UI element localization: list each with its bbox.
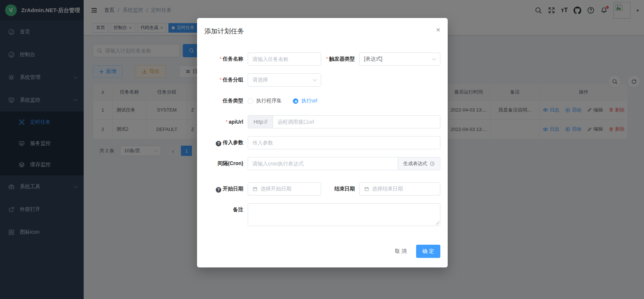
task-group-label: *任务分组 bbox=[204, 77, 248, 83]
required-mark: * bbox=[326, 56, 328, 62]
chevron-down-icon bbox=[432, 56, 436, 60]
task-group-placeholder: 请选择 bbox=[252, 77, 268, 83]
start-date-picker[interactable]: 选择开始日期 bbox=[248, 182, 321, 196]
calendar-icon bbox=[364, 186, 369, 192]
api-url-prefix: Http:// bbox=[248, 116, 273, 128]
radio-checked-icon bbox=[293, 98, 298, 104]
end-date-label: 结束日期 bbox=[321, 186, 359, 192]
generate-cron-button[interactable]: 生成表达式 bbox=[398, 157, 440, 170]
remark-textarea[interactable] bbox=[248, 204, 440, 226]
api-url-input[interactable] bbox=[273, 119, 440, 125]
radio-url[interactable]: 执行url bbox=[293, 98, 317, 104]
question-icon: ? bbox=[216, 141, 221, 146]
remark-field bbox=[248, 203, 440, 226]
params-label: ?传入参数 bbox=[204, 139, 248, 146]
resize-handle-icon[interactable] bbox=[436, 221, 439, 225]
task-group-select[interactable]: 请选择 bbox=[248, 73, 321, 87]
params-field bbox=[248, 136, 440, 149]
trigger-type-select[interactable]: [表达式] bbox=[359, 52, 440, 66]
required-mark: * bbox=[220, 56, 222, 62]
task-type-label: 任务类型 bbox=[204, 98, 248, 104]
confirm-button[interactable]: 确 定 bbox=[416, 245, 440, 258]
remark-label: 备注 bbox=[204, 203, 248, 213]
task-name-field bbox=[248, 52, 321, 66]
api-url-field: Http:// bbox=[248, 115, 440, 128]
question-icon: ? bbox=[216, 187, 221, 193]
api-url-label: *apiUrl bbox=[204, 119, 248, 125]
cron-label: 间隔(Cron) bbox=[204, 160, 248, 167]
task-name-input[interactable] bbox=[252, 56, 316, 62]
clock-icon bbox=[430, 161, 435, 166]
params-input[interactable] bbox=[252, 140, 436, 146]
dialog-title: 添加计划任务 bbox=[204, 28, 244, 35]
calendar-icon bbox=[252, 186, 258, 192]
cron-input[interactable] bbox=[248, 161, 398, 167]
task-name-label: *任务名称 bbox=[204, 56, 248, 62]
cancel-button[interactable]: 取 消 bbox=[389, 245, 412, 258]
cron-field: 生成表达式 bbox=[248, 157, 440, 170]
close-icon[interactable]: × bbox=[436, 26, 440, 33]
radio-icon bbox=[248, 98, 253, 104]
chevron-down-icon bbox=[313, 77, 317, 81]
start-date-label: ?开始日期 bbox=[204, 186, 248, 193]
trigger-type-label: *触发器类型 bbox=[321, 56, 359, 62]
trigger-type-value: [表达式] bbox=[364, 56, 382, 62]
required-mark: * bbox=[220, 77, 222, 83]
start-date-placeholder: 选择开始日期 bbox=[261, 186, 291, 192]
end-date-placeholder: 选择结束日期 bbox=[372, 186, 403, 192]
add-task-dialog: 添加计划任务 × *任务名称 *触发器类型 [表达式] *任务分组 请选择 任务… bbox=[197, 18, 448, 267]
radio-assembly[interactable]: 执行程序集 bbox=[248, 98, 282, 104]
end-date-picker[interactable]: 选择结束日期 bbox=[359, 182, 440, 196]
required-mark: * bbox=[226, 119, 228, 125]
